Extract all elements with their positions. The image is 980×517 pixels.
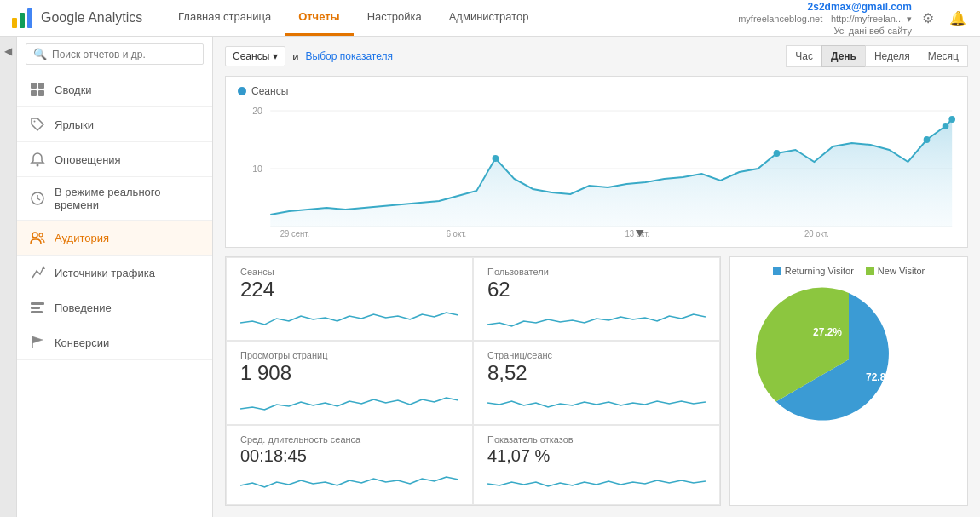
- search-icon: 🔍: [33, 48, 47, 60]
- mini-chart-pages-per-session: [487, 390, 706, 416]
- stat-label-bounce: Показатель отказов: [487, 434, 706, 445]
- svg-marker-14: [42, 266, 45, 269]
- dropdown-arrow[interactable]: ▾: [907, 14, 912, 25]
- sidebar-item-traffic[interactable]: Источники трафика: [17, 256, 212, 290]
- svg-rect-17: [31, 311, 43, 313]
- sidebar-item-opovescheniya[interactable]: Оповещения: [17, 142, 212, 177]
- pie-legend-returning: Returning Visitor: [773, 266, 854, 276]
- svg-rect-0: [12, 18, 17, 28]
- svg-line-11: [37, 198, 40, 200]
- pie-svg-wrap: 72.8% 27.2%: [755, 283, 943, 436]
- and-text: и: [292, 50, 298, 63]
- sidebar-item-yarlyki[interactable]: Ярлыки: [17, 107, 212, 142]
- search-input-wrap: 🔍: [26, 43, 204, 65]
- pie-legend-new: New Visitor: [866, 266, 925, 276]
- stat-cell-users: Пользователи 62: [473, 257, 720, 341]
- stat-value-pages-per-session: 8,52: [487, 362, 706, 384]
- sidebar-label-yarlyki: Ярлыки: [55, 118, 94, 131]
- stat-value-pageviews: 1 908: [240, 362, 458, 384]
- svg-point-28: [948, 116, 955, 123]
- nav-reports[interactable]: Отчеты: [285, 0, 354, 36]
- header-icons: ⚙ 🔔: [919, 7, 970, 30]
- chart-legend-label: Сеансы: [251, 85, 288, 97]
- returning-color-swatch: [773, 267, 781, 275]
- logo-icon: [10, 6, 34, 30]
- pie-chart-svg: 72.8% 27.2%: [755, 283, 943, 436]
- metric-link[interactable]: Выбор показателя: [306, 50, 393, 62]
- behavior-icon: [29, 299, 46, 316]
- top-nav: Главная страница Отчеты Настройка Админи…: [164, 0, 738, 36]
- legend-dot: [238, 87, 246, 95]
- svg-rect-35: [866, 267, 874, 275]
- returning-label: Returning Visitor: [785, 266, 854, 276]
- sidebar-label-traffic: Источники трафика: [55, 267, 155, 279]
- traffic-icon: [29, 264, 46, 281]
- header: Google Analytics Главная страница Отчеты…: [0, 0, 980, 37]
- nav-home[interactable]: Главная страница: [164, 0, 285, 36]
- stat-label-seancy: Сеансы: [240, 267, 458, 277]
- mini-chart-users: [487, 306, 706, 331]
- audience-icon: [29, 229, 46, 246]
- sidebar-item-realtime[interactable]: В режиме реального времени: [17, 177, 212, 221]
- svg-text:6 окт.: 6 окт.: [447, 229, 467, 238]
- user-email[interactable]: 2s2dmax@gmail.com: [808, 1, 912, 13]
- notifications-icon-btn[interactable]: 🔔: [946, 7, 970, 30]
- svg-point-26: [924, 136, 931, 143]
- search-input[interactable]: [52, 49, 196, 60]
- svg-point-12: [32, 233, 37, 238]
- svg-rect-6: [38, 90, 44, 96]
- time-btn-month[interactable]: Месяц: [919, 45, 968, 67]
- sidebar-item-povedenie[interactable]: Поведение: [17, 290, 212, 325]
- svg-point-13: [39, 233, 43, 237]
- sidebar: 🔍 Сводки Ярлыки Оповещения: [17, 37, 213, 517]
- svg-rect-4: [38, 83, 44, 89]
- nav-admin[interactable]: Администратор: [435, 0, 543, 36]
- svg-rect-16: [31, 307, 40, 309]
- chart-card: Сеансы 20 10: [225, 76, 968, 248]
- svg-rect-2: [27, 8, 32, 28]
- svg-point-27: [943, 123, 949, 129]
- svg-point-8: [37, 164, 39, 167]
- sidebar-item-auditoriya[interactable]: Аудитория: [17, 221, 212, 256]
- stat-cell-duration: Сред. длительность сеанса 00:18:45: [226, 425, 473, 505]
- settings-icon-btn[interactable]: ⚙: [919, 7, 937, 30]
- sidebar-label-opovescheniya: Оповещения: [55, 153, 121, 166]
- svg-text:29 сент.: 29 сент.: [280, 229, 310, 238]
- sidebar-item-konversii[interactable]: Конверсии: [17, 325, 212, 360]
- time-btn-week[interactable]: Неделя: [865, 45, 919, 67]
- mini-chart-seancy: [240, 306, 458, 331]
- content-area: Сеансы ▾ и Выбор показателя Час День Нед…: [213, 37, 980, 517]
- time-btn-hour[interactable]: Час: [786, 45, 822, 67]
- clock-icon: [29, 190, 46, 207]
- search-box: 🔍: [17, 37, 212, 72]
- stat-cell-pages-per-session: Страниц/сеанс 8,52: [473, 341, 720, 424]
- stat-label-users: Пользователи: [487, 267, 706, 277]
- time-btn-day[interactable]: День: [821, 45, 866, 67]
- nav-settings[interactable]: Настройка: [354, 0, 435, 36]
- new-pct-label: 27.2%: [813, 326, 842, 338]
- logo-area: Google Analytics: [10, 6, 164, 30]
- svg-rect-1: [20, 13, 25, 28]
- returning-pct-label: 72.8%: [866, 371, 895, 383]
- main-layout: ◀ 🔍 Сводки Ярлыки Оповещения: [0, 37, 980, 517]
- svg-text:20 окт.: 20 окт.: [804, 229, 829, 238]
- svg-text:10: 10: [252, 164, 262, 174]
- selector-group: Сеансы ▾ и Выбор показателя: [225, 46, 393, 66]
- stat-value-users: 62: [487, 279, 706, 301]
- sidebar-item-svodki[interactable]: Сводки: [17, 72, 212, 107]
- account-name: myfreelanceblog.net - http://myfrееlan..…: [738, 14, 903, 24]
- sidebar-label-auditoriya: Аудитория: [55, 232, 109, 244]
- toolbar-row: Сеансы ▾ и Выбор показателя Час День Нед…: [225, 45, 968, 67]
- metric-dropdown[interactable]: Сеансы ▾: [225, 46, 285, 66]
- flag-icon: [29, 334, 46, 351]
- sidebar-label-konversii: Конверсии: [55, 336, 109, 349]
- sidebar-label-realtime: В режиме реального времени: [55, 186, 200, 211]
- stat-value-seancy: 224: [240, 279, 458, 301]
- pie-area: Returning Visitor New Visitor: [729, 256, 968, 506]
- stats-and-pie: Сеансы 224 Пользователи 62: [225, 256, 968, 506]
- svg-point-25: [774, 150, 781, 157]
- sidebar-label-povedenie: Поведение: [55, 302, 112, 314]
- stat-label-pages-per-session: Страниц/сеанс: [487, 350, 706, 360]
- sidebar-collapse-button[interactable]: ◀: [0, 37, 17, 517]
- new-color-swatch: [866, 267, 874, 275]
